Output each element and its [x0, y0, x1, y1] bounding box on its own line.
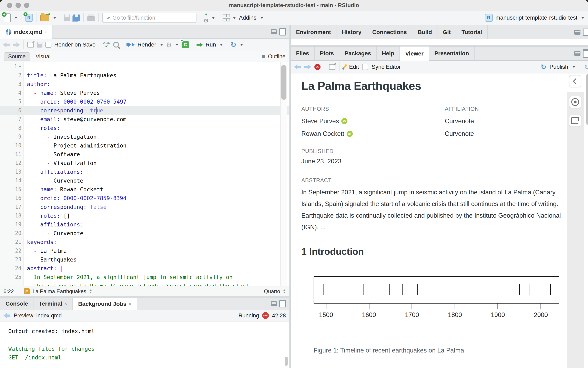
viewer-popout-icon[interactable] [329, 64, 335, 70]
viewer-scrollbar[interactable] [586, 74, 588, 125]
settings-dropdown[interactable] [175, 44, 179, 46]
back-icon[interactable] [3, 42, 10, 47]
code-line[interactable]: 17 corresponding: false [0, 202, 289, 211]
maximize-pane-icon[interactable] [279, 28, 286, 36]
tab-index-qmd[interactable]: index.qmd × [0, 25, 52, 38]
code-line[interactable]: 19 affiliations: [0, 220, 289, 229]
viewer-forward-icon[interactable] [304, 64, 311, 70]
tab-background-jobs[interactable]: Background Jobs× [73, 298, 137, 310]
rerun-dropdown[interactable] [240, 44, 243, 46]
code-line[interactable]: 9 - Investigation [0, 132, 289, 141]
tab-build[interactable]: Build [412, 25, 437, 39]
addins-button[interactable]: Addins [239, 15, 257, 21]
code-line[interactable]: 3author: [0, 80, 289, 89]
gear-icon[interactable]: ⚙ [166, 41, 172, 48]
run-icon[interactable] [196, 42, 202, 47]
save-icon[interactable] [64, 15, 70, 21]
code-line[interactable]: 4 - name: Steve Purves [0, 89, 289, 97]
maximize-pane-icon[interactable] [583, 28, 588, 36]
close-tab-icon[interactable]: × [64, 301, 67, 307]
tab-presentation[interactable]: Presentation [429, 46, 475, 60]
run-dropdown[interactable] [220, 44, 223, 46]
tab-console[interactable]: Console [0, 298, 33, 310]
tab-tutorial[interactable]: Tutorial [456, 25, 488, 39]
code-line[interactable]: 11 - Software [0, 150, 289, 159]
code-line[interactable]: 10 - Project administration [0, 141, 289, 150]
code-line[interactable]: 14 - Curvenote [0, 176, 289, 185]
new-file-dropdown[interactable] [14, 17, 18, 19]
close-tab-icon[interactable]: × [129, 301, 131, 307]
panes-layout-dropdown[interactable] [233, 17, 236, 19]
search-icon[interactable] [113, 42, 119, 47]
annotation-button[interactable] [569, 115, 581, 127]
tab-history[interactable]: History [336, 25, 367, 39]
maximize-pane-icon[interactable] [279, 300, 286, 307]
version-control-dropdown[interactable] [212, 17, 215, 19]
addins-dropdown[interactable] [260, 17, 263, 19]
code-line[interactable]: 1--- [0, 62, 289, 71]
section-updown-icon[interactable] [89, 289, 92, 293]
tab-git[interactable]: Git [437, 25, 456, 39]
minimize-pane-icon[interactable] [271, 29, 277, 34]
code-line[interactable]: 2title: La Palma Earthquakes [0, 71, 289, 80]
code-line[interactable]: the island of La Palma (Canary Islands, … [0, 282, 289, 286]
stop-icon[interactable]: STOP [262, 312, 269, 319]
render-dropdown[interactable] [160, 44, 163, 46]
outline-button[interactable]: Outline [268, 54, 285, 60]
highlights-button[interactable] [569, 96, 581, 108]
code-editor[interactable]: 1---2title: La Palma Earthquakes3author:… [0, 62, 289, 286]
open-file-icon[interactable] [40, 15, 49, 21]
panes-layout-icon[interactable] [223, 14, 229, 21]
run-button[interactable]: Run [205, 41, 216, 48]
insert-chunk-icon[interactable]: C [182, 41, 189, 48]
tab-terminal[interactable]: Terminal× [33, 298, 73, 310]
minimize-pane-icon[interactable] [271, 301, 277, 306]
code-line[interactable]: 8 roles: [0, 124, 289, 132]
project-dropdown[interactable] [581, 17, 584, 19]
new-file-icon[interactable]: + [4, 13, 11, 22]
spellcheck-icon[interactable]: ABC✓ [103, 41, 110, 48]
section-selector[interactable]: La Palma Earthquakes [33, 288, 86, 294]
goto-file-input[interactable]: Go to file/function [102, 13, 196, 23]
minimize-pane-icon[interactable] [574, 51, 580, 56]
project-menu-button[interactable]: manuscript-template-rstudio-test [496, 15, 577, 21]
code-line[interactable]: 7 email: steve@curvenote.com [0, 115, 289, 124]
editor-scrollbar[interactable] [280, 62, 287, 286]
minimize-pane-icon[interactable] [574, 30, 580, 35]
close-tab-icon[interactable]: × [44, 29, 47, 35]
publish-button[interactable]: Publish [550, 64, 568, 70]
code-line[interactable]: 5 orcid: 0000-0002-0760-5497 [0, 97, 289, 106]
render-on-save-checkbox[interactable] [45, 42, 51, 48]
mode-updown-icon[interactable] [283, 289, 286, 293]
render-icon[interactable] [127, 42, 135, 47]
tab-viewer[interactable]: Viewer [400, 46, 429, 61]
open-recent-dropdown[interactable] [53, 17, 56, 19]
preview-back-icon[interactable] [3, 313, 10, 318]
tab-files[interactable]: Files [291, 46, 315, 60]
code-line[interactable]: 15 - name: Rowan Cockett [0, 185, 289, 194]
tab-plots[interactable]: Plots [315, 46, 339, 60]
code-line[interactable]: 23 - Earthquakes [0, 255, 289, 264]
visual-toggle-button[interactable]: Visual [32, 53, 55, 61]
clear-viewer-icon[interactable]: × [314, 64, 321, 70]
source-toggle-button[interactable]: Source [4, 52, 30, 61]
maximize-pane-icon[interactable] [583, 49, 588, 58]
code-line[interactable]: 12 - Visualization [0, 159, 289, 167]
code-line[interactable]: 20 - Curvenote [0, 229, 289, 238]
fold-arrow-icon[interactable] [18, 66, 21, 67]
collapse-margin-button[interactable] [569, 75, 581, 87]
refresh-icon[interactable]: ↻ [584, 64, 588, 70]
code-line[interactable]: 25 In September 2021, a significant jump… [0, 273, 289, 282]
save-all-icon[interactable] [73, 15, 80, 21]
code-line[interactable]: 13 affiliations: [0, 167, 289, 176]
console-scrollbar[interactable] [285, 357, 288, 366]
rerun-icon[interactable]: ↻ [230, 41, 237, 48]
code-line[interactable]: 18 roles: [] [0, 211, 289, 220]
code-line[interactable]: 24abstract: | [0, 264, 289, 273]
save-document-icon[interactable] [37, 42, 42, 47]
code-line[interactable]: 16 orcid: 0000-0002-7859-8394 [0, 194, 289, 202]
console-output[interactable]: Output created: index.html Watching file… [0, 322, 289, 368]
print-icon[interactable] [87, 16, 95, 21]
code-line[interactable]: 21keywords: [0, 238, 289, 246]
viewer-back-icon[interactable] [294, 64, 301, 70]
